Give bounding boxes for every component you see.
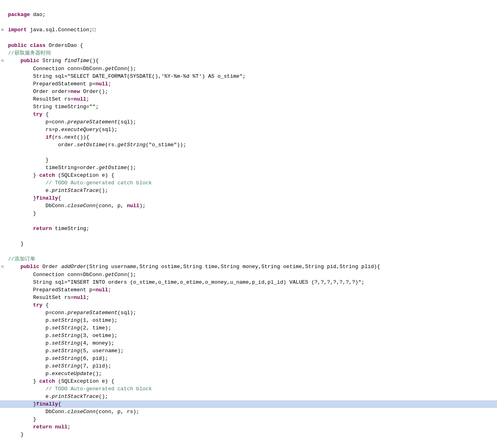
code-line: p.setString(2, time); — [0, 324, 497, 332]
code-line: //获取服务器时间 — [0, 49, 497, 57]
code-text: // TODO Auto-generated catch block — [6, 385, 497, 393]
code-line: try { — [0, 111, 497, 118]
code-text: p=conn.prepareStatement(sql); — [6, 309, 497, 317]
code-line: Order order=new Order(); — [0, 88, 497, 95]
code-text: String sql="SELECT DATE_FORMAT(SYSDATE()… — [6, 73, 497, 80]
code-text: p.setString(7, plid); — [6, 362, 497, 370]
code-text: p.setString(2, time); — [6, 324, 497, 332]
code-line: e.printStackTrace(); — [0, 187, 497, 194]
code-text: }finally{ — [6, 194, 497, 202]
code-line: p=conn.prepareStatement(sql); — [0, 309, 497, 317]
code-text: p.setString(3, oetime); — [6, 332, 497, 339]
code-line: Connection conn=DbConn.getConn(); — [0, 65, 497, 73]
code-text: public String findTime(){ — [6, 57, 497, 65]
code-line: order.setOstime(rs.getString("o_stime"))… — [0, 141, 497, 149]
code-line: } — [0, 416, 497, 423]
code-text: try { — [6, 111, 497, 118]
code-text — [6, 18, 497, 26]
code-line: p.setString(6, pid); — [0, 355, 497, 362]
code-line: } — [0, 431, 497, 438]
code-line: String timeString=""; — [0, 103, 497, 111]
code-text: } catch (SQLException e) { — [6, 377, 497, 385]
line-gutter[interactable]: ⊖ — [0, 57, 6, 65]
code-line: PreparedStatement p=null; — [0, 80, 497, 88]
line-gutter[interactable]: ⊕ — [0, 26, 6, 34]
code-text: public Order addOrder(String username,St… — [6, 263, 497, 270]
code-text — [6, 34, 497, 42]
code-line — [0, 217, 497, 225]
code-line: } catch (SQLException e) { — [0, 172, 497, 179]
code-line: } — [0, 240, 497, 248]
code-line: rs=p.executeQuery(sql); — [0, 126, 497, 133]
code-text: } — [6, 431, 497, 438]
code-line: ResultSet rs=null; — [0, 294, 497, 301]
code-text: ResultSet rs=null; — [6, 95, 497, 103]
code-line: p.setString(3, oetime); — [0, 332, 497, 339]
code-line: p.setString(7, plid); — [0, 362, 497, 370]
code-text: ResultSet rs=null; — [6, 294, 497, 301]
code-text: //添加订单 — [6, 255, 497, 263]
code-text: timeString=order.getOstime(); — [6, 164, 497, 172]
code-line: DbConn.closeConn(conn, p, null); — [0, 202, 497, 210]
code-line: ⊕import java.sql.Connection;□ — [0, 26, 497, 34]
code-line: DbConn.closeConn(conn, p, rs); — [0, 408, 497, 416]
code-text: p.setString(4, money); — [6, 339, 497, 347]
code-line: try { — [0, 301, 497, 309]
code-line — [0, 18, 497, 26]
code-text: public class OrdersDao { — [6, 42, 497, 49]
code-line: Connection conn=DbConn.getConn(); — [0, 271, 497, 278]
code-line: timeString=order.getOstime(); — [0, 164, 497, 172]
code-text: return null; — [6, 423, 497, 431]
code-text: if(rs.next()){ — [6, 133, 497, 141]
code-line: String sql="INSERT INTO orders (o_stime,… — [0, 278, 497, 286]
code-line — [0, 248, 497, 255]
code-text: p.setString(6, pid); — [6, 355, 497, 362]
code-text: PreparedStatement p=null; — [6, 80, 497, 88]
code-text: import java.sql.Connection;□ — [6, 26, 497, 34]
code-text: p.setString(5, username); — [6, 347, 497, 355]
code-text: DbConn.closeConn(conn, p, null); — [6, 202, 497, 210]
code-text: String sql="INSERT INTO orders (o_stime,… — [6, 278, 497, 286]
code-line: p.executeUpdate(); — [0, 370, 497, 377]
code-text: p=conn.prepareStatement(sql); — [6, 118, 497, 126]
code-text: } — [6, 416, 497, 423]
code-line: PreparedStatement p=null; — [0, 286, 497, 294]
code-line: public class OrdersDao { — [0, 42, 497, 49]
code-line: ResultSet rs=null; — [0, 95, 497, 103]
code-line: return timeString; — [0, 225, 497, 232]
line-gutter[interactable]: ⊖ — [0, 263, 6, 271]
code-text: PreparedStatement p=null; — [6, 286, 497, 294]
code-line — [0, 232, 497, 240]
code-line — [0, 149, 497, 156]
code-line: ⊖ public Order addOrder(String username,… — [0, 263, 497, 271]
code-text: e.printStackTrace(); — [6, 393, 497, 400]
code-text: } — [6, 210, 497, 217]
code-text: Connection conn=DbConn.getConn(); — [6, 271, 497, 278]
code-line — [0, 34, 497, 42]
code-editor[interactable]: package dao; ⊕import java.sql.Connection… — [0, 0, 497, 442]
code-line: ⊖ public String findTime(){ — [0, 57, 497, 65]
code-text: p.setString(1, ostime); — [6, 317, 497, 324]
code-line: // TODO Auto-generated catch block — [0, 385, 497, 393]
code-text — [6, 149, 497, 156]
code-text: package dao; — [6, 11, 497, 18]
code-text — [6, 217, 497, 225]
code-text: rs=p.executeQuery(sql); — [6, 126, 497, 133]
code-text: return timeString; — [6, 225, 497, 232]
code-line: }finally{ — [0, 400, 497, 408]
code-line: e.printStackTrace(); — [0, 393, 497, 400]
code-text: String timeString=""; — [6, 103, 497, 111]
code-text: e.printStackTrace(); — [6, 187, 497, 194]
code-line: String sql="SELECT DATE_FORMAT(SYSDATE()… — [0, 73, 497, 80]
code-text: // TODO Auto-generated catch block — [6, 179, 497, 187]
code-text: }finally{ — [6, 400, 497, 408]
code-line: return null; — [0, 423, 497, 431]
code-text — [6, 232, 497, 240]
code-line: p=conn.prepareStatement(sql); — [0, 118, 497, 126]
code-line: } — [0, 210, 497, 217]
code-line: if(rs.next()){ — [0, 133, 497, 141]
code-line: // TODO Auto-generated catch block — [0, 179, 497, 187]
code-line: p.setString(1, ostime); — [0, 317, 497, 324]
code-text: Order order=new Order(); — [6, 88, 497, 95]
code-line: package dao; — [0, 11, 497, 18]
